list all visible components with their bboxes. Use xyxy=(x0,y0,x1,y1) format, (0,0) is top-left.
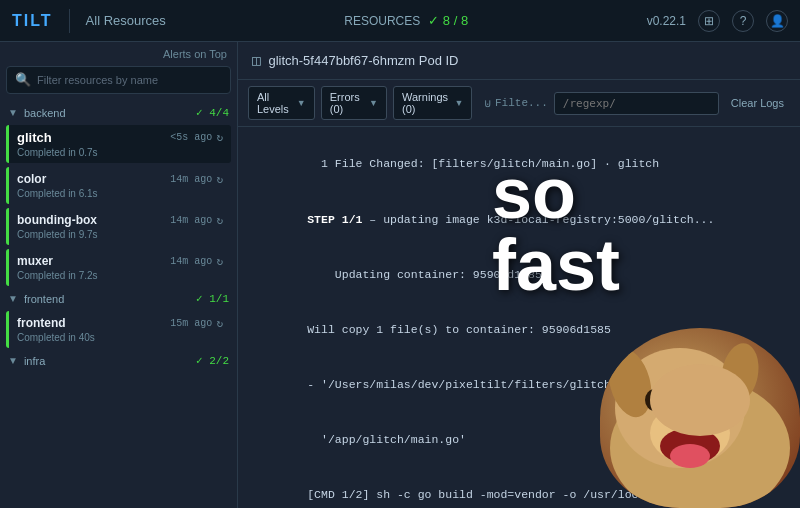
warnings-filter-label: Warnings (0) xyxy=(402,91,450,115)
group-frontend-header[interactable]: ▼ frontend ✓ 1/1 xyxy=(0,288,237,309)
resources-count: ✓ 8 / 8 xyxy=(428,13,468,28)
chevron-down-icon-infra: ▼ xyxy=(8,355,18,366)
resource-status-color: Completed in 6.1s xyxy=(17,188,223,199)
svg-point-8 xyxy=(700,385,720,407)
help-icon[interactable]: ? xyxy=(732,10,754,32)
nav-divider xyxy=(69,9,70,33)
resource-status-muxer: Completed in 7.2s xyxy=(17,270,223,281)
resource-item-bounding-box[interactable]: bounding-box 14m ago ↻ Completed in 9.7s xyxy=(6,208,231,245)
refresh-icon[interactable]: ↻ xyxy=(216,131,223,144)
resource-name-glitch: glitch xyxy=(17,130,52,145)
group-backend-count: ✓ 4/4 xyxy=(196,106,229,119)
chevron-down-icon-errors: ▼ xyxy=(369,98,378,108)
svg-point-7 xyxy=(645,389,665,411)
resource-time-frontend: 15m ago ↻ xyxy=(170,317,223,330)
tilt-logo: TILT xyxy=(12,12,53,30)
nav-center: RESOURCES ✓ 8 / 8 xyxy=(182,13,631,28)
resource-status-glitch: Completed in 0.7s xyxy=(17,147,223,158)
chevron-down-icon-warnings: ▼ xyxy=(454,98,463,108)
top-navigation: TILT All Resources RESOURCES ✓ 8 / 8 v0.… xyxy=(0,0,800,42)
nav-right: v0.22.1 ⊞ ? 👤 xyxy=(647,10,788,32)
group-frontend-count: ✓ 1/1 xyxy=(196,292,229,305)
log-line-header: 1 File Changed: [filters/glitch/main.go]… xyxy=(252,137,786,192)
resource-time-bounding-box: 14m ago ↻ xyxy=(170,214,223,227)
group-infra-header[interactable]: ▼ infra ✓ 2/2 xyxy=(0,350,237,371)
refresh-icon-color[interactable]: ↻ xyxy=(216,173,223,186)
pod-icon: ◫ xyxy=(252,52,260,69)
filter-icon: ⊍ Filte... xyxy=(484,97,547,110)
svg-point-6 xyxy=(670,444,710,468)
errors-filter-select[interactable]: Errors (0) ▼ xyxy=(321,86,387,120)
resource-time-color: 14m ago ↻ xyxy=(170,173,223,186)
main-layout: Alerts on Top 🔍 ▼ backend ✓ 4/4 glitch <… xyxy=(0,42,800,508)
group-backend-header[interactable]: ▼ backend ✓ 4/4 xyxy=(0,102,237,123)
regex-filter-input[interactable] xyxy=(554,92,719,115)
log-area[interactable]: so fast xyxy=(238,127,800,508)
chevron-down-icon-level: ▼ xyxy=(297,98,306,108)
level-filter-select[interactable]: All Levels ▼ xyxy=(248,86,315,120)
pod-title: glitch-5f447bbf67-6hmzm Pod ID xyxy=(268,53,458,68)
doge-image xyxy=(600,328,800,508)
resource-status-frontend: Completed in 40s xyxy=(17,332,223,343)
resource-item-frontend[interactable]: frontend 15m ago ↻ Completed in 40s xyxy=(6,311,231,348)
group-infra-label: infra xyxy=(24,355,45,367)
user-icon[interactable]: 👤 xyxy=(766,10,788,32)
refresh-icon-bounding-box[interactable]: ↻ xyxy=(216,214,223,227)
svg-point-11 xyxy=(677,418,693,428)
resource-item-glitch[interactable]: glitch <5s ago ↻ Completed in 0.7s xyxy=(6,125,231,163)
alerts-on-top-label: Alerts on Top xyxy=(0,42,237,66)
content-panel: ◫ glitch-5f447bbf67-6hmzm Pod ID All Lev… xyxy=(238,42,800,508)
filter-hint: Filte... xyxy=(495,97,548,109)
resource-time-muxer: 14m ago ↻ xyxy=(170,255,223,268)
version-label: v0.22.1 xyxy=(647,14,686,28)
errors-filter-label: Errors (0) xyxy=(330,91,365,115)
chevron-down-icon-frontend: ▼ xyxy=(8,293,18,304)
log-line-1: Updating container: 95906d1585 xyxy=(252,247,786,302)
resource-name-bounding-box: bounding-box xyxy=(17,213,97,227)
resource-name-frontend: frontend xyxy=(17,316,66,330)
refresh-icon-frontend[interactable]: ↻ xyxy=(216,317,223,330)
log-line-step: STEP 1/1 – updating image k3d-local-regi… xyxy=(252,192,786,247)
refresh-icon-muxer[interactable]: ↻ xyxy=(216,255,223,268)
group-frontend-label: frontend xyxy=(24,293,64,305)
svg-point-9 xyxy=(653,394,661,402)
resources-label: RESOURCES xyxy=(344,14,420,28)
search-icon: 🔍 xyxy=(15,72,31,88)
resource-item-muxer[interactable]: muxer 14m ago ↻ Completed in 7.2s xyxy=(6,249,231,286)
level-filter-label: All Levels xyxy=(257,91,293,115)
resource-name-muxer: muxer xyxy=(17,254,53,268)
grid-icon[interactable]: ⊞ xyxy=(698,10,720,32)
resource-time-glitch: <5s ago ↻ xyxy=(170,131,223,144)
resource-name-color: color xyxy=(17,172,46,186)
resource-status-bounding-box: Completed in 9.7s xyxy=(17,229,223,240)
resource-item-color[interactable]: color 14m ago ↻ Completed in 6.1s xyxy=(6,167,231,204)
search-box[interactable]: 🔍 xyxy=(6,66,231,94)
pod-header: ◫ glitch-5f447bbf67-6hmzm Pod ID xyxy=(238,42,800,80)
group-infra-count: ✓ 2/2 xyxy=(196,354,229,367)
filter-bar: All Levels ▼ Errors (0) ▼ Warnings (0) ▼… xyxy=(238,80,800,127)
svg-point-10 xyxy=(708,390,716,398)
clear-logs-button[interactable]: Clear Logs xyxy=(725,93,790,113)
nav-title: All Resources xyxy=(86,13,166,28)
sidebar: Alerts on Top 🔍 ▼ backend ✓ 4/4 glitch <… xyxy=(0,42,238,508)
warnings-filter-select[interactable]: Warnings (0) ▼ xyxy=(393,86,472,120)
group-backend-label: backend xyxy=(24,107,66,119)
search-input[interactable] xyxy=(37,74,222,86)
funnel-icon: ⊍ xyxy=(484,97,491,110)
chevron-down-icon: ▼ xyxy=(8,107,18,118)
